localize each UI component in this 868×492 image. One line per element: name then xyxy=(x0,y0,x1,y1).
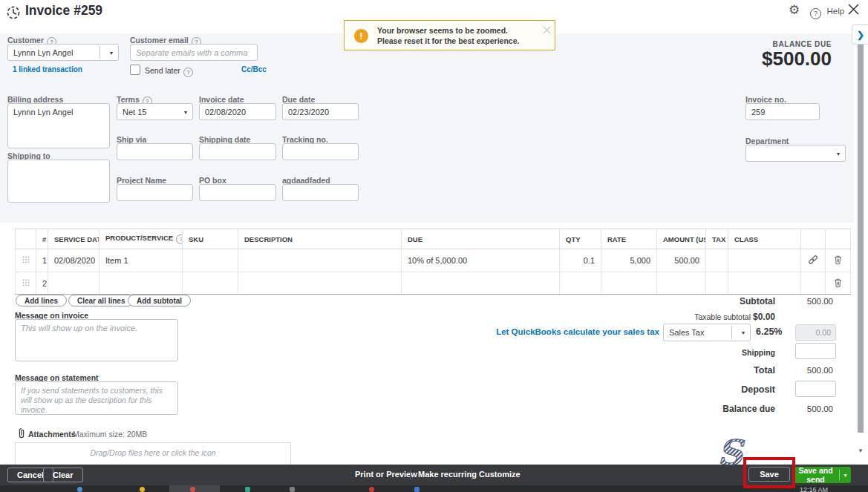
scrollbar-down-arrow[interactable]: ▾ xyxy=(857,447,864,454)
col-delete xyxy=(826,229,851,249)
deposit-input[interactable] xyxy=(795,381,836,397)
cell-sku[interactable] xyxy=(183,272,238,295)
billing-address-textarea[interactable]: Lynnn Lyn Angel xyxy=(7,103,110,148)
col-link xyxy=(801,229,826,249)
col-tax: TAX xyxy=(706,229,728,249)
project-name-input[interactable] xyxy=(117,184,193,201)
ship-via-input[interactable] xyxy=(117,143,193,160)
taskbar-app-icon[interactable] xyxy=(290,487,295,492)
zoom-warning-banner: ! Your browser seems to be zoomed. Pleas… xyxy=(344,20,555,50)
taskbar-app-icon[interactable] xyxy=(414,487,420,492)
send-later-checkbox[interactable] xyxy=(130,65,140,75)
drag-handle-icon[interactable] xyxy=(16,272,36,295)
drag-handle-icon[interactable] xyxy=(16,249,36,272)
cell-qty[interactable] xyxy=(560,272,601,295)
cell-due[interactable]: 10% of 5,000.00 xyxy=(402,249,560,272)
po-box-input[interactable] xyxy=(199,184,276,201)
invoice-no-input[interactable]: 259 xyxy=(745,103,820,120)
paperclip-icon xyxy=(17,427,26,442)
message-on-statement-textarea[interactable]: If you send statements to customers, thi… xyxy=(15,381,178,415)
taskbar-app-icon[interactable] xyxy=(369,487,374,492)
add-lines-button[interactable]: Add lines xyxy=(16,295,67,306)
cell-amount[interactable] xyxy=(657,272,706,295)
help-button[interactable]: ? Help xyxy=(810,5,844,19)
delete-row-icon[interactable] xyxy=(826,249,851,272)
cell-product[interactable]: Item 1 xyxy=(99,249,183,272)
col-service-date: SERVICE DATE xyxy=(48,229,99,249)
chevron-down-icon: ▾ xyxy=(110,49,113,56)
cell-service-date[interactable] xyxy=(48,272,99,295)
cell-description[interactable] xyxy=(238,249,402,272)
cell-num: 1 xyxy=(36,249,48,272)
page-title: Invoice #259 xyxy=(25,3,102,19)
shipping-to-textarea[interactable] xyxy=(7,160,110,203)
cell-amount[interactable]: 500.00 xyxy=(657,249,706,272)
chevron-down-icon[interactable]: ▾ xyxy=(840,472,851,479)
attachments-dropzone[interactable]: Drag/Drop files here or click the icon xyxy=(15,442,291,468)
cell-service-date[interactable]: 02/08/2020 xyxy=(48,249,99,272)
attachments-max-size: Maximum size: 20MB xyxy=(73,430,147,439)
cell-tax[interactable] xyxy=(706,249,728,272)
svg-text:S: S xyxy=(717,435,745,472)
tax-rate: 6.25% xyxy=(756,327,782,337)
make-recurring-button[interactable]: Make recurring xyxy=(418,470,477,479)
taskbar-app-icon[interactable] xyxy=(245,487,250,492)
cell-tax[interactable] xyxy=(706,272,728,295)
due-date-input[interactable]: 02/23/2020 xyxy=(282,103,359,120)
save-and-send-button[interactable]: Save and send ▾ xyxy=(792,467,851,483)
expand-panel-button[interactable]: ❯ xyxy=(852,24,868,45)
taskbar-app-icon[interactable] xyxy=(140,487,145,492)
link-transaction-icon[interactable] xyxy=(801,249,826,272)
cell-rate[interactable] xyxy=(601,272,657,295)
custom-field-input[interactable] xyxy=(282,184,359,201)
terms-select[interactable]: Net 15▾ xyxy=(117,103,193,120)
banner-close-icon[interactable] xyxy=(543,24,551,37)
shipping-label: Shipping xyxy=(742,348,775,357)
chevron-down-icon: ▾ xyxy=(742,329,745,336)
invoice-date-input[interactable]: 02/08/2020 xyxy=(199,103,276,120)
linked-transaction-link[interactable]: 1 linked transaction xyxy=(13,65,82,73)
customize-button[interactable]: Customize xyxy=(479,470,521,479)
close-icon[interactable] xyxy=(847,3,860,19)
help-icon[interactable]: ? xyxy=(176,234,182,244)
windows-taskbar: 12:16 AM xyxy=(0,485,868,492)
col-qty: QTY xyxy=(560,229,601,249)
cell-qty[interactable]: 0.1 xyxy=(560,249,601,272)
cell-num: 2 xyxy=(36,272,48,295)
shipping-date-input[interactable] xyxy=(199,143,276,160)
banner-line2: Please reset it for the best experience. xyxy=(377,36,519,45)
cell-product[interactable] xyxy=(99,272,183,295)
tracking-no-input[interactable] xyxy=(282,143,359,160)
cc-bcc-link[interactable]: Cc/Bcc xyxy=(241,65,267,73)
sales-tax-select[interactable]: Sales Tax▾ xyxy=(663,324,751,341)
sales-tax-link[interactable]: Let QuickBooks calculate your sales tax xyxy=(496,327,659,336)
department-select[interactable]: ▾ xyxy=(745,145,846,162)
drag-handle-header xyxy=(16,229,36,249)
table-header-row: # SERVICE DATE PRODUCT/SERVICE? SKU DESC… xyxy=(16,229,851,249)
clear-all-lines-button[interactable]: Clear all lines xyxy=(68,295,134,306)
shipping-input[interactable] xyxy=(795,343,836,359)
help-icon[interactable]: ? xyxy=(183,68,193,77)
gear-icon[interactable]: ⚙ xyxy=(789,2,800,18)
print-preview-button[interactable]: Print or Preview xyxy=(355,470,417,479)
customer-email-input[interactable]: Separate emails with a comma xyxy=(130,44,258,61)
clear-button[interactable]: Clear xyxy=(43,468,83,482)
cell-class[interactable] xyxy=(728,249,801,272)
customer-select[interactable]: Lynnn Lyn Angel▾ xyxy=(7,44,119,61)
help-icon: ? xyxy=(810,8,821,19)
taskbar-active-app[interactable] xyxy=(169,485,220,492)
taskbar-app-icon[interactable] xyxy=(77,487,82,492)
chevron-right-icon: ❯ xyxy=(857,30,864,40)
scrollbar-thumb[interactable] xyxy=(858,43,864,433)
cell-description[interactable] xyxy=(238,272,402,295)
cell-due[interactable] xyxy=(402,272,560,295)
help-label: Help xyxy=(826,7,844,16)
cell-sku[interactable] xyxy=(183,249,238,272)
cell-rate[interactable]: 5,000 xyxy=(601,249,657,272)
add-subtotal-button[interactable]: Add subtotal xyxy=(128,295,191,306)
delete-row-icon[interactable] xyxy=(826,272,851,295)
total-label: Total xyxy=(754,365,775,375)
message-on-invoice-textarea[interactable]: This will show up on the invoice. xyxy=(15,319,178,361)
history-icon[interactable] xyxy=(6,5,21,23)
cell-class[interactable] xyxy=(728,272,801,295)
